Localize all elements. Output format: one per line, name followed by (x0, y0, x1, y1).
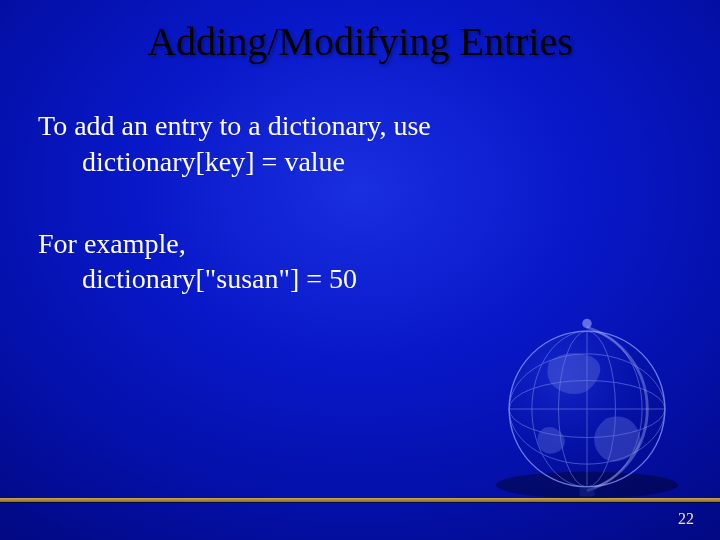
globe-graphic (492, 314, 682, 504)
svg-point-2 (509, 331, 665, 487)
svg-point-1 (509, 331, 665, 487)
svg-point-3 (509, 381, 665, 438)
body-line-3: For example, (38, 226, 682, 262)
body-line-4: dictionary["susan"] = 50 (82, 261, 682, 297)
svg-rect-10 (579, 487, 594, 497)
footer-divider (0, 498, 720, 502)
slide-title: Adding/Modifying Entries (0, 18, 720, 65)
svg-point-5 (559, 331, 616, 487)
svg-point-9 (582, 319, 592, 329)
spacer (38, 180, 682, 226)
svg-point-6 (532, 331, 642, 487)
body-line-2: dictionary[key] = value (82, 144, 682, 180)
slide-body: To add an entry to a dictionary, use dic… (38, 108, 682, 297)
slide: Adding/Modifying Entries To add an entry… (0, 0, 720, 540)
page-number: 22 (678, 510, 694, 528)
body-line-1: To add an entry to a dictionary, use (38, 108, 682, 144)
svg-point-0 (496, 472, 678, 499)
svg-point-4 (509, 354, 665, 464)
